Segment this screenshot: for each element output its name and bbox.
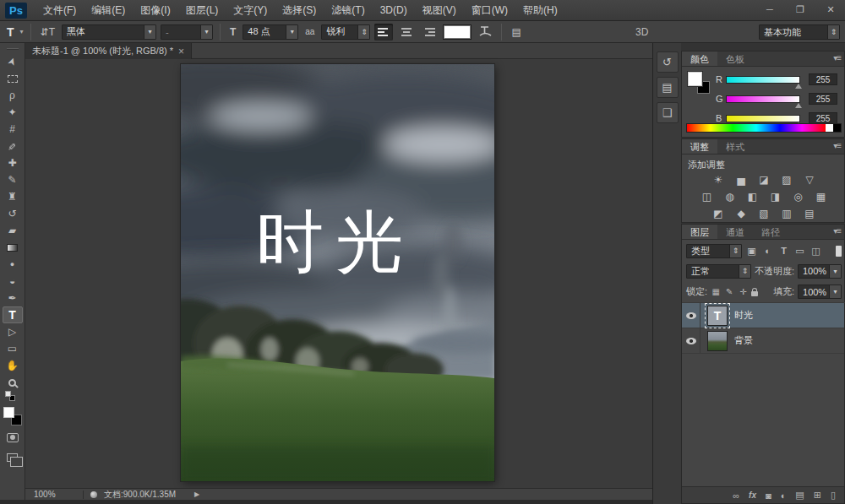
text-color-swatch[interactable] (443, 24, 472, 40)
anti-alias-select[interactable]: 锐利 (321, 24, 370, 40)
panel-menu-icon[interactable]: ▾≡ (833, 226, 841, 236)
delete-layer-icon[interactable]: ▯ (831, 490, 836, 501)
eye-icon[interactable] (686, 312, 696, 319)
3d-panel-button[interactable]: ❑ (657, 102, 679, 123)
tab-styles[interactable]: 样式 (717, 139, 753, 154)
opacity-select[interactable]: 100% (798, 264, 842, 279)
menu-window[interactable]: 窗口(W) (464, 0, 515, 21)
foreground-color-swatch[interactable] (3, 407, 14, 418)
channel-mixer-icon[interactable]: ◎ (790, 190, 807, 203)
quick-mask-button[interactable] (3, 429, 23, 446)
hand-tool[interactable]: ✋ (3, 357, 23, 374)
filter-shape-layers-icon[interactable]: ▭ (793, 246, 806, 257)
lock-pixels-icon[interactable]: ✎ (724, 287, 734, 296)
history-brush-tool[interactable]: ↺ (3, 205, 23, 222)
healing-brush-tool[interactable]: ✚ (3, 154, 23, 171)
up-down-arrows-icon[interactable] (827, 25, 839, 39)
menu-filter[interactable]: 滤镜(T) (324, 0, 372, 21)
black-white-icon[interactable]: ◧ (744, 190, 761, 203)
lasso-tool[interactable]: ρ (3, 87, 23, 104)
chevron-down-icon[interactable] (829, 285, 841, 298)
hue-ramp[interactable] (687, 124, 826, 132)
exposure-icon[interactable]: ▨ (778, 173, 795, 187)
tab-adjustments[interactable]: 调整 (682, 139, 717, 154)
maximize-button[interactable]: ❐ (791, 3, 810, 16)
minimize-button[interactable]: ─ (760, 3, 779, 16)
blue-value-field[interactable]: 255 (809, 112, 837, 124)
panel-menu-icon[interactable]: ▾≡ (833, 141, 841, 150)
curves-icon[interactable]: ◪ (755, 173, 772, 187)
menu-layer[interactable]: 图层(L) (178, 0, 226, 21)
warp-text-icon[interactable] (476, 24, 494, 40)
lock-transparency-icon[interactable]: ▦ (711, 287, 721, 296)
background-layer-thumbnail[interactable] (707, 331, 728, 351)
layer-row-text[interactable]: T 时光 (682, 303, 844, 328)
menu-image[interactable]: 图像(I) (133, 0, 177, 21)
new-adjustment-layer-icon[interactable]: ◐ (781, 490, 787, 501)
photo-filter-icon[interactable]: ◨ (767, 190, 784, 203)
move-tool[interactable]: ➤ (3, 53, 23, 70)
vibrance-icon[interactable]: ▽ (801, 173, 818, 187)
posterize-icon[interactable]: ◆ (733, 207, 750, 220)
hue-saturation-icon[interactable]: ◫ (699, 190, 716, 203)
lock-position-icon[interactable]: ✛ (738, 287, 748, 296)
tab-color[interactable]: 颜色 (682, 51, 717, 66)
brush-tool[interactable]: ✎ (3, 171, 23, 188)
filter-pixel-layers-icon[interactable]: ▣ (745, 246, 758, 257)
chevron-down-icon[interactable] (200, 25, 212, 39)
document-tab[interactable]: 未标题-1 @ 100% (时光, RGB/8) * × (25, 43, 192, 59)
menu-select[interactable]: 选择(S) (275, 0, 324, 21)
menu-3d[interactable]: 3D(D) (373, 0, 415, 21)
new-layer-icon[interactable]: ⊞ (814, 490, 821, 501)
tab-paths[interactable]: 路径 (753, 225, 788, 239)
path-selection-tool[interactable]: ▷ (3, 323, 23, 340)
clone-stamp-tool[interactable]: ♜ (3, 188, 23, 205)
dodge-tool[interactable]: ◒ (3, 273, 23, 290)
color-spectrum-ramp[interactable] (686, 123, 842, 133)
visibility-cell[interactable] (682, 303, 701, 328)
slider-thumb-icon[interactable] (795, 103, 802, 108)
add-mask-icon[interactable]: ◙ (766, 490, 771, 501)
workspace-select[interactable]: 基本功能 (759, 24, 840, 40)
black-chip[interactable] (833, 124, 841, 132)
align-left-button[interactable] (374, 24, 393, 41)
up-down-arrows-icon[interactable] (739, 265, 750, 278)
font-family-select[interactable]: 黑体 (62, 24, 156, 40)
color-balance-icon[interactable]: ◍ (722, 190, 739, 203)
filter-toggle-icon[interactable] (836, 246, 842, 257)
screen-mode-button[interactable] (3, 449, 23, 466)
align-center-button[interactable] (397, 24, 416, 41)
close-button[interactable]: ✕ (821, 3, 840, 16)
history-panel-button[interactable]: ↺ (657, 51, 679, 73)
up-down-arrows-icon[interactable] (729, 245, 741, 257)
layer-name[interactable]: 时光 (734, 309, 753, 322)
color-lookup-icon[interactable]: ▦ (813, 190, 830, 203)
blur-tool[interactable]: ● (3, 256, 23, 273)
blue-slider[interactable] (726, 115, 800, 122)
layer-name[interactable]: 背景 (734, 334, 753, 347)
gradient-map-icon[interactable]: ▤ (801, 207, 818, 220)
text-layer-thumbnail[interactable]: T (707, 306, 728, 326)
menu-type[interactable]: 文字(Y) (226, 0, 275, 21)
new-group-icon[interactable]: ▤ (795, 490, 804, 501)
fill-select[interactable]: 100% (798, 285, 842, 299)
tab-swatches[interactable]: 色板 (717, 51, 753, 66)
default-colors-icon[interactable] (5, 391, 15, 401)
panel-grip[interactable] (7, 48, 19, 50)
text-orientation-icon[interactable]: ⇵T (38, 26, 57, 38)
slider-thumb-icon[interactable] (795, 84, 802, 89)
zoom-level-field[interactable]: 100% (34, 490, 76, 499)
link-layers-icon[interactable]: ∞ (733, 490, 739, 501)
filter-type-layers-icon[interactable]: T (777, 246, 790, 256)
blend-mode-select[interactable]: 正常 (686, 264, 751, 279)
menu-view[interactable]: 视图(V) (415, 0, 464, 21)
menu-help[interactable]: 帮助(H) (515, 0, 565, 21)
levels-icon[interactable]: ▅ (733, 173, 750, 187)
red-value-field[interactable]: 255 (809, 73, 837, 85)
lock-all-icon[interactable] (751, 291, 757, 296)
type-tool-preset-icon[interactable]: T (5, 25, 16, 39)
tab-channels[interactable]: 通道 (717, 225, 753, 239)
invert-icon[interactable]: ◩ (710, 207, 727, 220)
filter-adjustment-layers-icon[interactable]: ◐ (761, 246, 774, 256)
tab-layers[interactable]: 图层 (682, 225, 717, 239)
